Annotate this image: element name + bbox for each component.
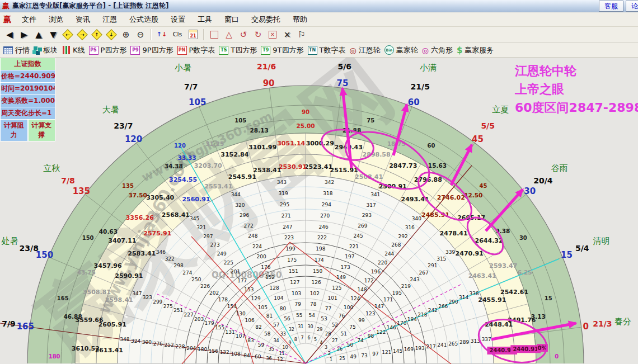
ribbon-item-赢家服务[interactable]: $赢家服务	[457, 45, 494, 55]
diamond-left-icon[interactable]: ←	[62, 29, 74, 41]
svg-text:324: 324	[131, 338, 140, 344]
diamond-right-icon[interactable]: →	[76, 29, 88, 41]
square-icon[interactable]	[208, 29, 221, 41]
svg-text:290: 290	[449, 299, 458, 305]
menu-item-文件[interactable]: 文件	[16, 12, 43, 26]
pennant-up-icon[interactable]: ▲	[32, 29, 45, 41]
svg-text:29: 29	[317, 327, 322, 332]
ribbon-item-9T四方形[interactable]: T99T四方形	[261, 45, 303, 55]
svg-text:82: 82	[255, 324, 261, 330]
triangle-icon[interactable]: △	[223, 29, 235, 41]
diamond-down-icon[interactable]: ↓	[105, 29, 118, 41]
customer-service-button[interactable]: 客服	[599, 1, 623, 12]
ribbon-item-P四方形[interactable]: PSP四方形	[89, 45, 127, 55]
zoom-out-icon[interactable]: ⊖	[134, 29, 147, 41]
svg-text:323: 323	[143, 295, 152, 300]
svg-text:2523.41: 2523.41	[304, 163, 332, 171]
svg-text:3254.55: 3254.55	[169, 176, 197, 183]
svg-text:28: 28	[325, 332, 331, 337]
menu-item-资讯[interactable]: 资讯	[69, 12, 96, 26]
forward-icon[interactable]: ▶	[18, 29, 30, 41]
svg-text:224: 224	[252, 244, 262, 249]
svg-text:171: 171	[383, 297, 393, 302]
svg-text:151: 151	[289, 268, 298, 274]
svg-text:342: 342	[325, 179, 334, 185]
back-icon[interactable]: ◀	[3, 29, 16, 41]
ribbon-item-K线[interactable]: K线	[62, 45, 85, 55]
svg-text:130: 130	[236, 311, 246, 316]
menu-item-帮助[interactable]: 帮助	[287, 12, 313, 26]
calc-support-button[interactable]: 计算支撑	[28, 120, 56, 141]
calendar-icon[interactable]: 21	[187, 29, 199, 41]
menu-item-江恩[interactable]: 江恩	[96, 12, 123, 26]
svg-text:3.13: 3.13	[531, 313, 546, 320]
ribbon-item-赢家轮[interactable]: Bin赢家轮	[384, 45, 418, 55]
ribbon-item-行情[interactable]: 行情	[3, 45, 30, 55]
ribbon-item-T数字表[interactable]: TNT数字表	[308, 45, 346, 55]
svg-text:2613.41: 2613.41	[95, 347, 123, 354]
svg-text:2538.41: 2538.41	[253, 167, 281, 174]
svg-text:2545.91: 2545.91	[228, 173, 256, 181]
svg-text:343: 343	[277, 179, 287, 185]
svg-text:55: 55	[296, 313, 302, 318]
svg-text:150: 150	[82, 235, 94, 241]
t-updown-icon[interactable]: ↑↓	[156, 29, 168, 41]
svg-text:28.13: 28.13	[250, 127, 269, 134]
svg-text:2542.61: 2542.61	[500, 289, 528, 296]
ribbon-label: 行情	[15, 45, 30, 55]
svg-text:340: 340	[412, 216, 421, 221]
svg-text:300: 300	[142, 339, 152, 345]
ribbon-item-江恩轮[interactable]: ◎江恩轮	[349, 45, 380, 55]
svg-text:105: 105	[258, 305, 268, 310]
menu-item-设置[interactable]: 设置	[165, 12, 191, 26]
box-p9-icon: P9	[130, 46, 140, 55]
diamond-up-icon[interactable]: ↑	[91, 29, 103, 41]
toolbar-separator	[151, 29, 152, 40]
svg-text:2470.91: 2470.91	[456, 250, 484, 257]
svg-text:23/7: 23/7	[114, 121, 133, 130]
svg-text:3: 3	[325, 345, 327, 350]
svg-text:122: 122	[376, 329, 386, 335]
ribbon-item-T四方形[interactable]: TST四方形	[219, 45, 257, 55]
svg-text:194: 194	[407, 316, 417, 322]
svg-text:3407.11: 3407.11	[108, 237, 136, 244]
calc-resistance-button[interactable]: 计算阻力	[0, 120, 28, 141]
forum-button[interactable]: 论坛	[626, 1, 638, 12]
menu-item-浏览[interactable]: 浏览	[43, 12, 69, 26]
cls-icon[interactable]: Cls	[170, 29, 185, 41]
move-cross-icon[interactable]: ×	[281, 29, 293, 41]
svg-text:338: 338	[470, 291, 479, 296]
x-box-icon[interactable]: ×	[266, 29, 279, 41]
svg-text:75: 75	[367, 117, 374, 124]
zoom-in-icon[interactable]: ⊕	[120, 29, 132, 41]
svg-text:321: 321	[196, 225, 206, 230]
svg-text:179: 179	[205, 320, 214, 326]
svg-text:90: 90	[302, 109, 309, 115]
rotate-ccw-icon[interactable]: ↺	[237, 29, 250, 41]
svg-text:40.63: 40.63	[99, 228, 118, 235]
menu-item-工具[interactable]: 工具	[191, 12, 218, 26]
svg-text:292: 292	[398, 234, 408, 239]
svg-text:83: 83	[247, 338, 254, 343]
ribbon-item-9P四方形[interactable]: P99P四方形	[130, 45, 173, 55]
svg-text:15: 15	[545, 295, 552, 301]
svg-text:3508.81: 3508.81	[83, 289, 111, 296]
ribbon-item-板块[interactable]: 板块	[34, 45, 58, 55]
pennant-down-icon[interactable]: ▼	[47, 29, 59, 41]
rotate-cw-icon[interactable]: ↻	[252, 29, 264, 41]
svg-text:247: 247	[283, 224, 292, 230]
svg-text:193: 193	[415, 346, 425, 351]
svg-text:346: 346	[156, 249, 166, 255]
flag-icon[interactable]: ⚐	[295, 29, 308, 41]
svg-text:268: 268	[391, 242, 401, 248]
menu-item-交易委托[interactable]: 交易委托	[245, 12, 287, 26]
ribbon-item-六角形[interactable]: ◎六角形	[422, 45, 453, 55]
svg-text:3203.70: 3203.70	[194, 162, 222, 169]
svg-text:241: 241	[437, 342, 447, 348]
menu-item-公式选股[interactable]: 公式选股	[123, 12, 165, 26]
ribbon-item-P数字表[interactable]: PNP数字表	[177, 45, 215, 55]
menu-item-窗口[interactable]: 窗口	[218, 12, 245, 26]
svg-text:297: 297	[203, 234, 213, 239]
updown-arrows: ↑↓	[157, 31, 167, 38]
svg-text:立夏: 立夏	[492, 105, 509, 115]
